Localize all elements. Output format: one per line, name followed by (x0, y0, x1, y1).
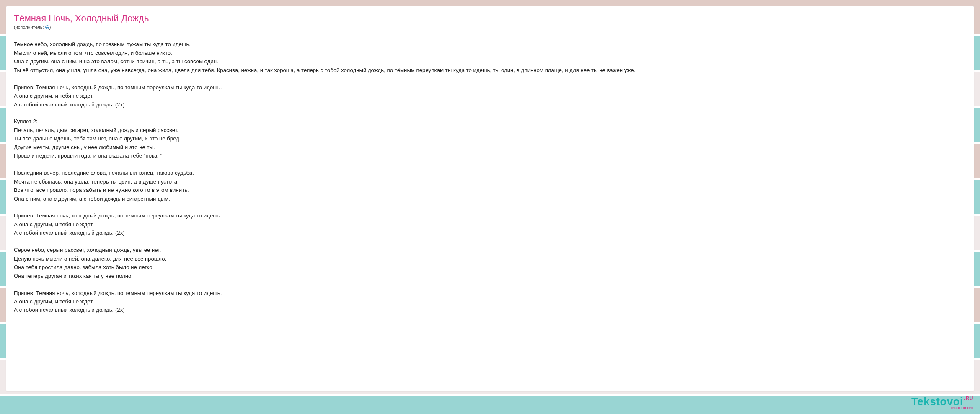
performer-label: (исполнитель: (14, 25, 45, 30)
content-card: Тёмная Ночь, Холодный Дождь (исполнитель… (6, 6, 974, 391)
brand-tld: .RU (964, 396, 973, 401)
performer-link[interactable] (45, 25, 49, 30)
globe-icon (45, 25, 49, 29)
song-title: Тёмная Ночь, Холодный Дождь (14, 13, 966, 24)
site-brand: Tekstovoi.RU тексты песен (911, 396, 973, 410)
divider (14, 34, 966, 34)
performer-close: ) (49, 25, 51, 30)
performer-line: (исполнитель: ) (14, 25, 966, 30)
lyrics-body: Темное небо, холодный дождь, по грязным … (14, 40, 966, 315)
